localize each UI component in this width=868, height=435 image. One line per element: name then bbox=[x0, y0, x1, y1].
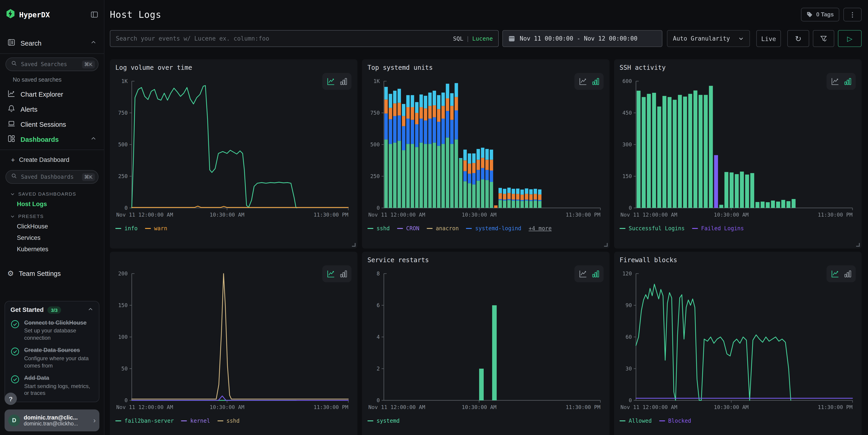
chevron-down-icon bbox=[10, 214, 15, 219]
sidebar-item-chart-explorer[interactable]: Chart Explorer bbox=[5, 87, 99, 102]
legend-item[interactable]: Blocked bbox=[659, 418, 691, 424]
chart-view-toggle[interactable] bbox=[827, 266, 856, 282]
line-chart-icon[interactable] bbox=[830, 77, 839, 86]
sidebar-preset-clickhouse[interactable]: ClickHouse bbox=[5, 221, 99, 232]
svg-text:11:30:00 PM: 11:30:00 PM bbox=[566, 212, 600, 218]
step-title: Add Data bbox=[24, 375, 93, 382]
lucene-toggle[interactable]: Lucene bbox=[472, 35, 493, 42]
svg-text:10:30:00 AM: 10:30:00 AM bbox=[210, 404, 244, 410]
line-chart-icon[interactable] bbox=[830, 270, 839, 278]
plus-icon: + bbox=[11, 156, 15, 163]
chart-plot[interactable]: 0306090120Nov 11 12:00:00 AM10:30:00 AM1… bbox=[620, 268, 856, 412]
legend-item[interactable]: systemd bbox=[367, 418, 400, 424]
line-chart-icon[interactable] bbox=[326, 270, 335, 278]
section-saved-dashboards[interactable]: SAVED DASHBOARDS bbox=[5, 187, 99, 198]
chart-view-toggle[interactable] bbox=[322, 73, 351, 90]
tags-button[interactable]: 0 Tags bbox=[801, 8, 839, 22]
resize-handle[interactable] bbox=[604, 243, 608, 247]
run-query-button[interactable]: ▷ bbox=[838, 30, 862, 47]
live-button[interactable]: Live bbox=[756, 30, 781, 47]
chart-view-toggle[interactable] bbox=[322, 266, 351, 282]
chart-plot[interactable]: 0150300450600Nov 11 12:00:00 AM10:30:00 … bbox=[620, 76, 856, 220]
chart-title: Firewall blocks bbox=[620, 256, 856, 266]
saved-searches-input[interactable]: Saved Searches ⌘K bbox=[5, 58, 98, 71]
more-options-button[interactable]: ⋮ bbox=[843, 8, 862, 22]
line-chart-icon[interactable] bbox=[578, 270, 587, 278]
chart-legend: AllowedBlocked bbox=[620, 418, 856, 424]
legend-dash-icon bbox=[217, 421, 223, 421]
user-menu[interactable]: D dominic.tran@clic... dominic.tran@clic… bbox=[5, 409, 99, 431]
chart-view-toggle[interactable] bbox=[575, 266, 603, 282]
event-search-input[interactable]: Search your events w/ Lucene ex. column:… bbox=[110, 30, 499, 47]
sidebar: HyperDX Search Saved Searches ⌘K No save… bbox=[0, 0, 104, 435]
resize-handle[interactable] bbox=[856, 243, 860, 247]
chevron-up-icon[interactable] bbox=[88, 306, 93, 314]
chart-view-toggle[interactable] bbox=[575, 73, 603, 90]
chart-title bbox=[115, 256, 352, 266]
sidebar-item-alerts[interactable]: Alerts bbox=[5, 102, 99, 117]
section-presets[interactable]: PRESETS bbox=[5, 210, 99, 221]
sidebar-item-team-settings[interactable]: ⚙ Team Settings bbox=[5, 266, 99, 281]
granularity-select[interactable]: Auto Granularity bbox=[667, 30, 750, 47]
sidebar-item-search[interactable]: Search bbox=[5, 36, 99, 51]
get-started-step[interactable]: Add Data Start sending logs, metrics, or… bbox=[10, 375, 93, 397]
bar-chart-icon[interactable] bbox=[591, 77, 600, 86]
legend-item[interactable]: kernel bbox=[181, 418, 210, 424]
legend-item[interactable]: sshd bbox=[217, 418, 240, 424]
chevron-up-icon[interactable] bbox=[90, 135, 97, 143]
svg-text:Nov 11 12:00:00 AM: Nov 11 12:00:00 AM bbox=[116, 212, 173, 218]
legend-item[interactable]: CRON bbox=[397, 225, 420, 231]
get-started-step[interactable]: Create Data Sources Configure where your… bbox=[10, 347, 93, 370]
bar-chart-icon[interactable] bbox=[339, 270, 348, 278]
create-dashboard-button[interactable]: + Create Dashboard bbox=[5, 153, 99, 166]
resize-handle[interactable] bbox=[352, 243, 355, 247]
svg-text:1K: 1K bbox=[121, 78, 128, 84]
collapse-sidebar-button[interactable] bbox=[90, 10, 98, 19]
saved-dashboards-input[interactable]: Saved Dashboards ⌘K bbox=[5, 170, 98, 184]
svg-text:600: 600 bbox=[622, 78, 632, 84]
chart-plot[interactable]: 02468Nov 11 12:00:00 AM10:30:00 AM11:30:… bbox=[367, 268, 604, 412]
legend-item[interactable]: sshd bbox=[367, 225, 390, 231]
laptop-icon bbox=[7, 120, 16, 129]
chart-plot[interactable]: 050100150200Nov 11 12:00:00 AM10:30:00 A… bbox=[115, 268, 352, 412]
legend-item[interactable]: Successful Logins bbox=[620, 225, 685, 231]
legend-item[interactable]: anacron bbox=[427, 225, 459, 231]
sidebar-item-label: Team Settings bbox=[19, 270, 97, 277]
sidebar-bottom: Get Started 3/3 Connect to ClickHouse Se… bbox=[5, 301, 99, 431]
legend-item[interactable]: Allowed bbox=[620, 418, 652, 424]
sidebar-item-client-sessions[interactable]: Client Sessions bbox=[5, 117, 99, 132]
section-label: PRESETS bbox=[18, 213, 44, 219]
legend-item[interactable]: warn bbox=[145, 225, 167, 231]
sidebar-dashboard-host-logs[interactable]: Host Logs bbox=[5, 198, 99, 210]
bar-chart-icon[interactable] bbox=[591, 270, 600, 278]
chart-legend: infowarn bbox=[115, 225, 352, 231]
refresh-button[interactable]: ↻ bbox=[787, 30, 809, 47]
granularity-value: Auto Granularity bbox=[673, 35, 730, 42]
legend-item[interactable]: info bbox=[115, 225, 138, 231]
sql-toggle[interactable]: SQL bbox=[453, 35, 463, 42]
get-started-step[interactable]: Connect to ClickHouse Set up your databa… bbox=[10, 319, 93, 342]
line-chart-icon[interactable] bbox=[578, 77, 587, 86]
chart-title: Log volume over time bbox=[115, 64, 352, 74]
chart-legend: fail2ban-serverkernelsshd bbox=[115, 418, 352, 424]
legend-item[interactable]: fail2ban-server bbox=[115, 418, 174, 424]
chevron-up-icon[interactable] bbox=[90, 39, 97, 47]
date-range-picker[interactable]: Nov 11 00:00:00 - Nov 12 00:00:00 bbox=[502, 30, 662, 47]
legend-item[interactable]: Failed Logins bbox=[692, 225, 744, 231]
filter-button[interactable] bbox=[813, 30, 834, 47]
bar-chart-icon[interactable] bbox=[843, 77, 852, 86]
svg-text:150: 150 bbox=[622, 173, 632, 179]
chart-plot[interactable]: 02505007501KNov 11 12:00:00 AM10:30:00 A… bbox=[367, 76, 604, 220]
sidebar-preset-kubernetes[interactable]: Kubernetes bbox=[5, 244, 99, 255]
legend-item[interactable]: systemd-logind bbox=[466, 225, 521, 231]
bar-chart-icon[interactable] bbox=[843, 270, 852, 278]
sidebar-preset-services[interactable]: Services bbox=[5, 232, 99, 244]
chart-view-toggle[interactable] bbox=[827, 73, 856, 90]
legend-more-link[interactable]: +4 more bbox=[529, 225, 552, 231]
sidebar-item-dashboards[interactable]: Dashboards bbox=[5, 132, 99, 147]
chart-plot[interactable]: 02505007501KNov 11 12:00:00 AM10:30:00 A… bbox=[115, 76, 352, 220]
line-chart-icon[interactable] bbox=[326, 77, 335, 86]
help-button[interactable]: ? bbox=[5, 393, 17, 405]
bar-chart-icon[interactable] bbox=[339, 77, 348, 86]
section-label: SAVED DASHBOARDS bbox=[18, 191, 76, 196]
